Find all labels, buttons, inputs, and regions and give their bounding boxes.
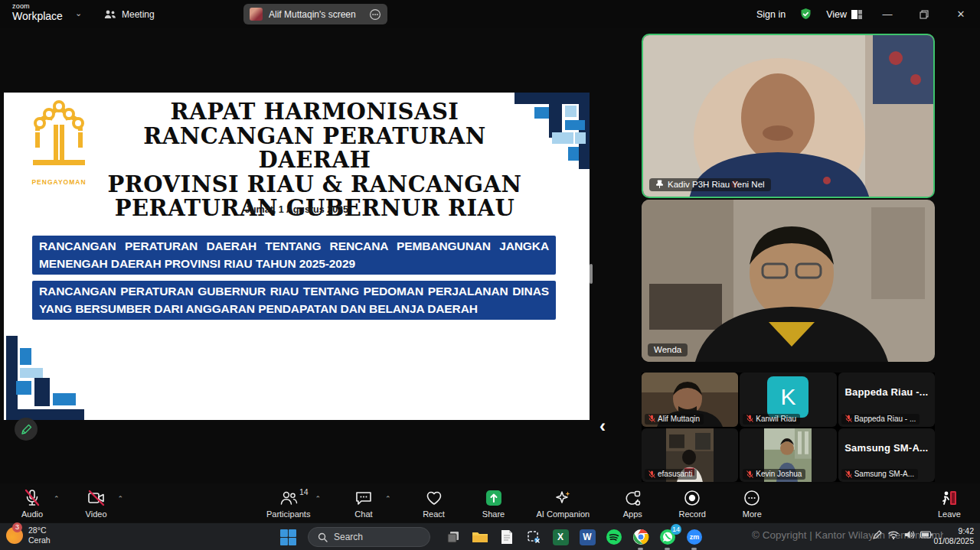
task-view-icon[interactable] <box>444 528 462 546</box>
participant-name-badge: Kanwil Riau <box>743 414 800 425</box>
sign-in-button[interactable]: Sign in <box>756 9 786 20</box>
tab-meeting-label: Meeting <box>122 9 155 20</box>
chat-icon <box>354 490 373 506</box>
pengayoman-emblem <box>25 99 93 177</box>
gallery-name: Bappeda Riau - ... <box>854 415 916 423</box>
chat-button[interactable]: Chat <box>347 489 381 519</box>
chevron-down-icon[interactable]: ⌄ <box>75 8 82 18</box>
word-icon[interactable]: W <box>578 528 596 546</box>
gallery-name: Alif Muttaqin <box>658 415 700 423</box>
security-shield-icon[interactable] <box>799 8 812 21</box>
video-button[interactable]: Video <box>80 489 113 519</box>
chat-label: Chat <box>354 509 372 519</box>
minimize-button[interactable]: — <box>876 8 899 20</box>
screen-thumbnail <box>250 8 263 21</box>
title-line-2: RANCANGAN PERATURAN DAERAH <box>102 125 528 173</box>
gallery-tile-kevin[interactable]: Kevin Joshua <box>740 428 836 483</box>
close-button[interactable]: ✕ <box>949 8 972 20</box>
collapse-panel-chevron[interactable]: ‹ <box>599 417 606 435</box>
mic-muted-icon <box>746 470 753 478</box>
mic-muted-icon <box>24 489 41 507</box>
weather-widget[interactable]: 3 28°C Cerah <box>6 526 51 545</box>
chat-options-chevron[interactable]: ⌃ <box>385 495 391 503</box>
zoom-icon-label: zm <box>690 533 700 541</box>
more-button[interactable]: More <box>735 489 769 519</box>
panel-resize-handle[interactable] <box>590 264 593 284</box>
zoom-running-indicator <box>691 548 697 550</box>
record-button[interactable]: Record <box>675 489 709 519</box>
spotify-icon[interactable] <box>605 528 623 546</box>
participant-name-badge: Samsung SM-A... <box>841 469 918 480</box>
annotate-button[interactable] <box>15 418 38 441</box>
whatsapp-running-indicator <box>665 548 670 550</box>
weather-desc: Cerah <box>28 535 51 545</box>
clock-time: 9:42 <box>933 526 974 536</box>
zoom-taskbar-icon[interactable]: zm <box>685 528 704 546</box>
gallery-tile-bappeda[interactable]: Bappeda Riau -... Bappeda Riau - ... <box>838 373 935 427</box>
mic-muted-icon <box>845 470 852 478</box>
tab-shared-screen[interactable]: Alif Muttaqin's screen <box>243 4 387 24</box>
audio-button[interactable]: Audio <box>15 489 49 519</box>
gallery-tile-efasusanti[interactable]: efasusanti <box>642 428 738 483</box>
gallery-tile-samsung[interactable]: Samsung SM-A... Samsung SM-A... <box>838 428 935 483</box>
snipping-tool-icon[interactable] <box>524 528 543 546</box>
battery-icon[interactable] <box>920 531 933 539</box>
excel-icon[interactable]: X <box>551 528 570 546</box>
record-label: Record <box>679 509 706 519</box>
pinned-participant-name: Kadiv P3H Riau Yeni Nel <box>668 180 765 189</box>
audio-label: Audio <box>21 509 43 519</box>
wifi-icon[interactable] <box>888 530 899 539</box>
chrome-icon[interactable] <box>632 528 650 546</box>
pen-tray-icon[interactable] <box>872 529 883 540</box>
search-input[interactable]: Search <box>308 527 430 547</box>
audio-options-chevron[interactable]: ⌃ <box>54 495 60 503</box>
leave-button[interactable]: Leave <box>933 489 966 519</box>
participants-options-chevron[interactable]: ⌃ <box>315 495 321 503</box>
share-label: Share <box>482 509 505 519</box>
react-button[interactable]: React <box>417 489 451 519</box>
view-layout-icon <box>851 10 862 19</box>
title-line-3: PROVINSI RIAU & RANCANGAN <box>102 173 528 197</box>
second-participant-name: Wenda <box>654 345 681 354</box>
display-name: Bappeda Riau -... <box>838 386 935 398</box>
search-icon <box>318 532 328 542</box>
restore-button[interactable] <box>913 10 936 19</box>
ellipsis-circle-icon[interactable] <box>369 8 381 21</box>
title-line-1: RAPAT HARMONISASI <box>102 100 528 125</box>
notepad-icon[interactable] <box>498 528 516 546</box>
share-button[interactable]: Share <box>477 489 511 519</box>
participant-name-badge: Bappeda Riau - ... <box>841 414 920 425</box>
participant-name-badge: efasusanti <box>645 469 697 480</box>
restore-icon <box>920 10 929 19</box>
tab-meeting[interactable]: Meeting <box>98 5 161 24</box>
participant-name-badge: Wenda <box>648 343 688 356</box>
participants-button[interactable]: 14 Participants <box>266 489 310 519</box>
sun-icon: 3 <box>6 527 23 544</box>
view-button[interactable]: View <box>826 9 862 20</box>
taskbar-clock[interactable]: 9:42 01/08/2025 <box>933 526 974 546</box>
video-tile-pinned[interactable]: Kadiv P3H Riau Yeni Nel <box>642 34 935 198</box>
people-icon <box>104 9 116 20</box>
whatsapp-icon[interactable]: 14 <box>658 528 677 546</box>
record-icon <box>683 489 701 507</box>
video-tile-second[interactable]: Wenda <box>642 200 935 362</box>
participants-count: 14 <box>299 487 309 496</box>
pengayoman-caption: PENGAYOMAN <box>25 178 93 186</box>
video-options-chevron[interactable]: ⌃ <box>118 495 124 503</box>
slide-title: RAPAT HARMONISASI RANCANGAN PERATURAN DA… <box>102 100 528 221</box>
meeting-toolbar: Audio ⌃ Video ⌃ 14 Participants ⌃ <box>0 483 980 522</box>
gallery-tile-alif[interactable]: Alif Muttaqin <box>642 373 738 427</box>
apps-button[interactable]: Apps <box>616 489 649 519</box>
file-explorer-icon[interactable] <box>471 528 489 546</box>
ai-companion-button[interactable]: AI Companion <box>537 489 590 519</box>
mic-muted-icon <box>746 415 753 422</box>
share-screen-icon <box>485 489 503 507</box>
tab-shared-screen-label: Alif Muttaqin's screen <box>269 9 363 20</box>
whatsapp-badge: 14 <box>671 524 681 535</box>
speaker-icon[interactable] <box>904 530 915 539</box>
gallery-tile-kanwil[interactable]: K Kanwil Riau <box>740 373 836 427</box>
search-placeholder: Search <box>334 532 363 542</box>
weather-temp: 28°C <box>28 526 51 535</box>
shared-screen-slide: PENGAYOMAN RAPAT HARMONISASI RANCANGAN P… <box>4 93 590 420</box>
start-button[interactable] <box>280 529 296 545</box>
